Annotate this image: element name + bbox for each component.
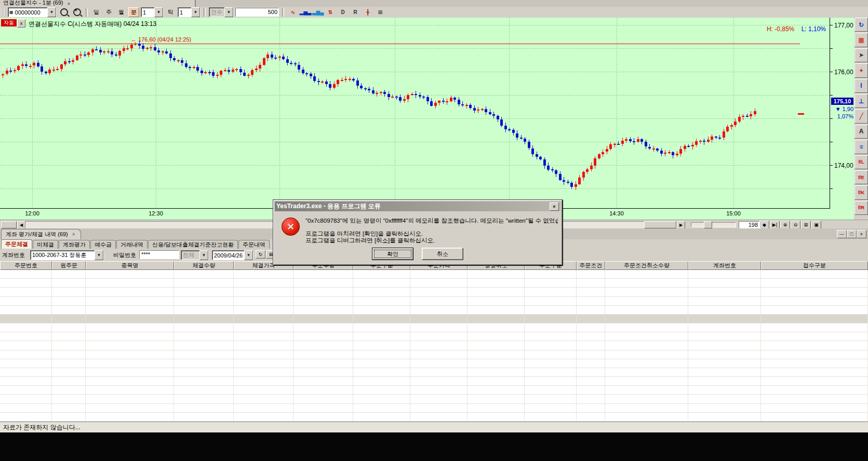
- chevron-down-icon[interactable]: ▼: [154, 7, 163, 17]
- chart-plot-area[interactable]: [0, 18, 830, 208]
- period-day-button[interactable]: 일: [91, 7, 102, 17]
- bar-width-slider-thumb[interactable]: [704, 221, 712, 228]
- tick-label[interactable]: 틱: [165, 7, 176, 17]
- text-tool-button[interactable]: A: [854, 125, 868, 139]
- table-cell: [174, 413, 234, 421]
- grid-toggle-button[interactable]: ⊞: [801, 221, 811, 229]
- trendline-button[interactable]: ╱: [854, 109, 868, 123]
- bar-count-input[interactable]: 198: [739, 221, 759, 229]
- refresh-button[interactable]: ↻: [854, 18, 868, 32]
- column-header[interactable]: 주문조건: [577, 261, 605, 270]
- ok-button[interactable]: 확인: [372, 248, 413, 260]
- table-cell: [761, 359, 868, 368]
- table-cell: [525, 279, 577, 287]
- search-button[interactable]: [58, 7, 70, 17]
- formula-r-button[interactable]: f/R: [854, 201, 868, 215]
- formula-e-button[interactable]: f/E: [854, 170, 868, 184]
- subtab-2[interactable]: 미체결: [33, 240, 58, 249]
- subtab-3[interactable]: 계좌평가: [59, 240, 90, 249]
- price-line-button[interactable]: I: [854, 79, 868, 93]
- subtab-6[interactable]: 신용/담보대출체결기준잔고현황: [148, 240, 238, 249]
- cancel-button[interactable]: 취소: [422, 248, 463, 260]
- candle-body: [9, 71, 12, 72]
- close-button[interactable]: ×: [857, 230, 866, 238]
- scrollbar-thumb[interactable]: [644, 221, 676, 228]
- layout-grid-button[interactable]: ⊞: [375, 7, 386, 17]
- zoom-in-button[interactable]: ⊕: [780, 221, 790, 229]
- toolbar-grip[interactable]: [1, 8, 5, 16]
- chevron-down-icon[interactable]: ▼: [244, 250, 253, 260]
- subtab-7[interactable]: 주문내역: [238, 240, 270, 249]
- table-cell: [688, 306, 761, 314]
- table-cell: [761, 377, 868, 385]
- formula-l-button[interactable]: f/L: [854, 155, 868, 169]
- table-cell: [353, 386, 410, 394]
- minute-combo[interactable]: 1 ▼: [141, 7, 164, 17]
- splitter-handle[interactable]: [1, 221, 17, 228]
- scroll-right-button[interactable]: ▶: [677, 221, 685, 229]
- volume-chart-button[interactable]: ▃▆▄: [312, 7, 324, 17]
- scroll-left-button[interactable]: ◀: [17, 221, 25, 229]
- refresh-button[interactable]: ↻: [256, 250, 265, 259]
- column-header[interactable]: 접수구분: [761, 261, 868, 270]
- close-button[interactable]: ×: [550, 202, 559, 211]
- column-header[interactable]: 주문번호: [0, 261, 52, 270]
- tick-combo[interactable]: 1 ▼: [178, 7, 201, 17]
- chart-grid-button[interactable]: ▦: [854, 33, 868, 47]
- period-week-button[interactable]: 주: [103, 7, 114, 17]
- order-day-button[interactable]: D: [337, 7, 349, 17]
- pointer-button[interactable]: ➤: [854, 48, 868, 62]
- formula-k-button[interactable]: f/K: [854, 185, 868, 199]
- jump-end-button[interactable]: ▶|: [770, 221, 780, 229]
- column-header[interactable]: 종목명: [86, 261, 174, 270]
- column-header[interactable]: 계좌번호: [688, 261, 761, 270]
- candle-body: [290, 63, 292, 64]
- zoom-out-button[interactable]: ⊖: [791, 221, 800, 229]
- close-icon[interactable]: x: [17, 19, 25, 28]
- bar-chart-button[interactable]: ▂▅▃: [300, 7, 311, 17]
- close-icon[interactable]: ×: [72, 232, 75, 237]
- subtab-5[interactable]: 거래내역: [116, 240, 148, 249]
- candle-style-button[interactable]: ╂: [362, 7, 373, 17]
- candle-body: [169, 53, 172, 58]
- updown-arrows-button[interactable]: ⇅: [325, 7, 336, 17]
- period-month-button[interactable]: 월: [116, 7, 127, 17]
- subtab-1[interactable]: 주문체결: [1, 239, 32, 249]
- order-report-button[interactable]: R: [350, 7, 361, 17]
- subtab-4[interactable]: 예수금: [90, 240, 116, 249]
- bar-width-slider-track[interactable]: [691, 222, 736, 227]
- search-plus-button[interactable]: [71, 7, 83, 17]
- scope-combo[interactable]: 전체 ▼: [181, 250, 209, 260]
- count-input[interactable]: 500: [235, 8, 279, 17]
- column-header[interactable]: 주문조건취소수량: [605, 261, 688, 270]
- anchor-line-button[interactable]: ⊥: [854, 94, 868, 108]
- restore-button[interactable]: □: [847, 230, 857, 238]
- chevron-down-icon[interactable]: ▼: [95, 250, 103, 260]
- dialog-title-bar[interactable]: YesTrader3.exe - 응용 프로그램 오류 ×: [275, 201, 560, 211]
- jump-diamond-button[interactable]: ◆: [759, 221, 769, 229]
- chevron-down-icon[interactable]: ▼: [224, 7, 233, 17]
- symbol-combo[interactable]: ▦ 00000000 ▼: [8, 7, 57, 17]
- password-field[interactable]: ****: [139, 250, 179, 259]
- candle-body: [734, 121, 737, 125]
- period-minute-button[interactable]: 분: [128, 7, 139, 17]
- column-header[interactable]: 원주문: [52, 261, 86, 270]
- table-cell: [761, 306, 868, 314]
- crosshair-button[interactable]: +: [854, 63, 868, 77]
- count-combo[interactable]: 건수 ▼: [209, 7, 234, 17]
- minimize-button[interactable]: —: [837, 230, 847, 238]
- line-chart-button[interactable]: ∿: [287, 7, 299, 17]
- date-combo[interactable]: 2009/04/26 ▼: [212, 250, 253, 260]
- chevron-down-icon[interactable]: ▼: [47, 7, 56, 17]
- close-icon[interactable]: ×: [68, 1, 71, 7]
- chevron-down-icon[interactable]: ▼: [191, 7, 200, 17]
- table-cell: [688, 270, 761, 278]
- account-pane-tab[interactable]: 계좌 평가/체결 내역 (69) ×: [1, 229, 81, 239]
- candle-body: [594, 158, 596, 166]
- column-header[interactable]: 체결수량: [174, 261, 234, 270]
- panel-toggle-button[interactable]: ▣: [811, 221, 821, 229]
- chart-document-tab[interactable]: 연결선물지수 - 1분 (69) ×: [0, 0, 196, 7]
- chevron-down-icon[interactable]: ▼: [199, 250, 208, 260]
- account-combo[interactable]: 1000-2067-31 정동훈 ▼: [30, 250, 104, 260]
- indicator-lines-button[interactable]: ≡: [854, 140, 868, 154]
